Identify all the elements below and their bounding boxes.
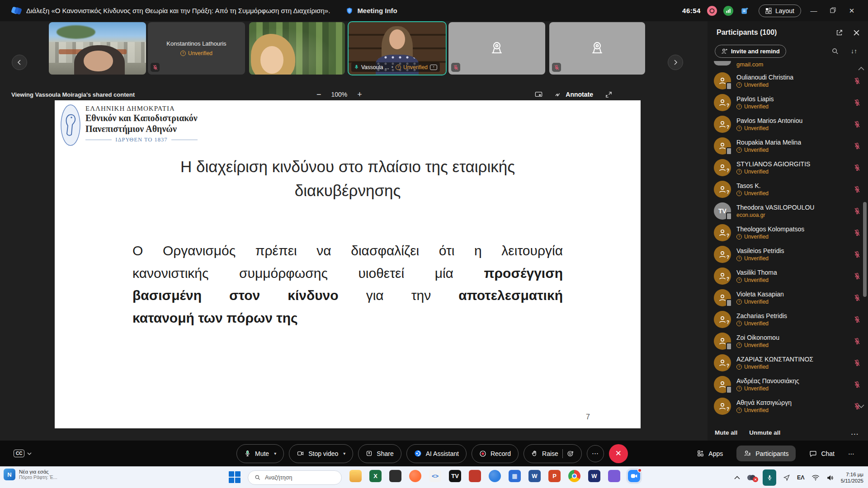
taskbar-icon-dark-app[interactable] [389,470,401,482]
toolbar-more-button[interactable]: ⋯ [848,450,855,457]
participant-row[interactable]: ? ΑΖΑΡΙΑΣ ΚΩΝΣΤΑΝΤΙΝΟΣ ?Unverified [708,352,868,374]
ai-assistant-button[interactable]: AI Assistant [406,444,467,463]
mute-all-button[interactable]: Mute all [715,429,737,436]
participant-row[interactable]: TV Theodora VASILOPOULOU econ.uoa.gr [708,200,868,222]
taskbar-icon-webex[interactable]: W [588,470,600,482]
location-icon[interactable] [783,474,790,481]
viewing-status-text: Viewing Vassoula Moiragia's shared conte… [11,91,135,98]
participant-row[interactable]: Violeta Kasapian ?Unverified [708,287,868,309]
participant-row[interactable]: Oulianoudi Christina ?Unverified [708,70,868,92]
taskbar-icon-chrome[interactable] [568,470,580,482]
mute-button[interactable]: Mute ▾ [236,444,284,463]
camera-placeholder-icon [588,39,606,57]
start-button[interactable] [229,471,241,483]
layout-button[interactable]: Layout [759,5,801,17]
share-button[interactable]: Share [358,444,401,463]
minimize-button[interactable]: — [807,7,820,14]
pin-video-icon[interactable]: ↑ [430,65,437,70]
taskbar-icon-code-app[interactable]: <> [429,470,441,482]
participant-row-partial[interactable]: gmail.com [708,61,868,70]
chevron-down-icon[interactable]: ▾ [343,451,345,456]
taskbar-icon-file-explorer[interactable] [349,470,362,482]
notes-icon[interactable] [740,6,750,16]
participant-row[interactable]: ? Theologos Kolompatsos ?Unverified [708,222,868,244]
zoom-level[interactable]: 100% [331,91,348,98]
scroll-up-icon[interactable] [858,66,864,70]
video-tile-1[interactable] [49,22,146,75]
stop-video-button[interactable]: Stop video ▾ [289,444,353,463]
video-tile-active-speaker[interactable]: Vassoula ... • ?Unverified ↑ [349,22,446,75]
university-logo: ΕΛΛΗΝΙΚΗ ΔΗΜΟΚΡΑΤΙΑ Εθνικόν και Καποδιστ… [60,104,198,146]
taskbar-icon-blue-browser[interactable] [489,470,501,482]
video-tile-6[interactable] [549,22,645,75]
participant-row[interactable]: ? Tasos K. ?Unverified [708,178,868,200]
fullscreen-icon[interactable] [605,91,613,99]
tray-mic-in-use-icon[interactable] [763,469,776,486]
tray-app-error-icon[interactable]: ✕ [747,474,756,481]
participant-row[interactable]: ? Pavlos Marios Antoniou ?Unverified [708,113,868,135]
more-options-button[interactable]: ⋯ [587,445,604,462]
taskbar-icon-powerpoint[interactable]: P [548,470,561,482]
participant-row[interactable]: Roupakia Maria Melina ?Unverified [708,135,868,157]
taskbar-icon-red-app[interactable] [469,470,481,482]
participants-button[interactable]: Participants [736,446,796,461]
taskbar-icon-excel[interactable]: X [369,470,382,482]
participant-name: Vasileios Petridis [736,247,784,254]
zoom-in-button[interactable]: + [357,90,362,99]
taskbar-icon-word[interactable]: W [528,470,541,482]
participant-row[interactable]: Ανδρέας Πανουσιάκης ?Unverified [708,374,868,395]
unmute-all-button[interactable]: Unmute all [749,429,780,436]
search-participants-icon[interactable] [831,47,839,55]
panel-close-icon[interactable] [853,29,860,36]
taskbar-search[interactable]: Αναζήτηση [248,470,342,485]
taskbar-icon-purple-app[interactable] [608,470,620,482]
wifi-icon[interactable] [811,474,820,481]
participant-row[interactable]: ? Vasileios Petridis ?Unverified [708,244,868,265]
scroll-down-icon[interactable] [858,404,864,408]
apps-button[interactable]: Apps [697,450,723,457]
raise-reactions-button[interactable]: Raise [524,444,582,463]
filmstrip-next-button[interactable] [668,55,683,70]
tray-chevron-up-icon[interactable] [734,476,740,479]
meeting-info-button[interactable]: Meeting Info [345,7,397,15]
mic-on-icon [354,64,359,70]
muted-mic-icon [854,380,861,389]
reactions-smiley-icon[interactable] [567,450,574,457]
chat-button[interactable]: Chat [809,450,835,457]
video-tile-2[interactable]: Konstantinos Lathouris ?Unverified [148,22,245,75]
participant-row[interactable]: ? Pavlos Liapis ?Unverified [708,92,868,113]
taskbar-icon-tv-app[interactable]: TV [449,470,461,482]
invite-and-remind-button[interactable]: Invite and remind [715,45,786,58]
annotate-button[interactable]: Annotate [555,91,593,99]
filmstrip-prev-button[interactable] [12,55,27,70]
taskbar-icon-calendar-app[interactable]: ▦ [509,470,521,482]
volume-icon[interactable] [826,474,834,481]
connection-quality-icon[interactable] [723,6,733,16]
language-indicator[interactable]: ΕΛ [797,474,805,481]
chevron-down-icon[interactable]: ▾ [274,451,276,456]
weather-news-widget[interactable]: N Νέα για εσάς Πόρτο Ράφτη: Έ... [4,469,57,480]
taskbar-icon-zoom[interactable] [628,470,640,482]
participant-row[interactable]: ? Αθηνά Κατσιγιώργη ?Unverified [708,395,868,417]
video-tile-3[interactable] [249,22,345,75]
captions-button[interactable]: CC [14,450,32,457]
zoom-out-button[interactable]: − [316,90,321,99]
leave-meeting-button[interactable]: ✕ [609,444,628,463]
participant-row[interactable]: Zoi Oikonomou ?Unverified [708,330,868,352]
restore-button[interactable] [826,7,839,14]
view-options-icon[interactable] [534,90,543,99]
close-button[interactable]: ✕ [845,7,858,15]
participant-row[interactable]: ? Zacharias Petridis ?Unverified [708,309,868,330]
participant-row[interactable]: ? Vasiliki Thoma ?Unverified [708,265,868,287]
record-button[interactable]: Record [472,444,519,463]
taskbar-icon-firefox[interactable] [409,470,421,482]
video-tile-5[interactable] [448,22,545,75]
participant-row[interactable]: ? STYLIANOS AGIORGITIS ?Unverified [708,157,868,178]
taskbar-clock[interactable]: 7:16 μμ 5/11/2025 [841,471,863,484]
panel-more-button[interactable]: ... [851,429,859,436]
meeting-toolbar: CC Mute ▾ Stop video ▾ Share AI Assistan… [0,441,868,466]
participants-icon [744,450,751,457]
sort-participants-icon[interactable]: ↓↑ [851,47,857,55]
panel-scrollbar[interactable] [863,202,867,297]
popout-icon[interactable] [835,29,843,37]
